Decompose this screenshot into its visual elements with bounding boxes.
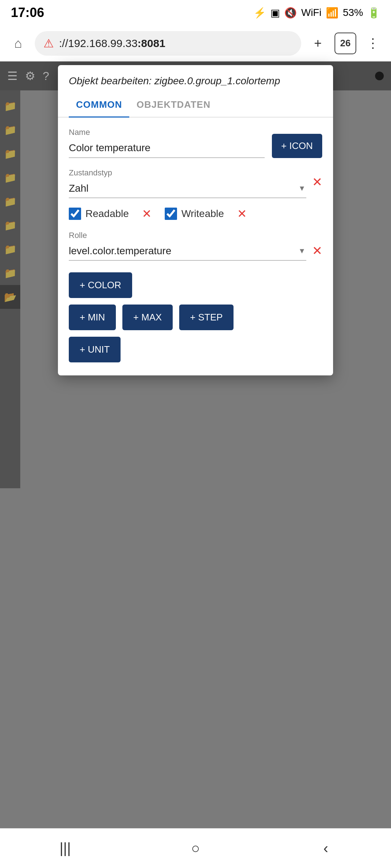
- battery-label: 53%: [343, 7, 363, 18]
- role-label: Rolle: [69, 231, 306, 240]
- color-button[interactable]: + COLOR: [69, 272, 132, 298]
- browser-address-bar[interactable]: ⚠ ://192.168.99.33:8081: [35, 31, 301, 56]
- icon-button-label: + ICON: [281, 140, 313, 152]
- tabs-count: 26: [340, 38, 351, 49]
- role-select-arrow-icon: ▾: [300, 246, 304, 256]
- nav-home-button[interactable]: ○: [181, 834, 210, 863]
- browser-address-text: ://192.168.99.33:8081: [59, 37, 165, 50]
- more-icon: ⋮: [366, 36, 379, 51]
- icon-button[interactable]: + ICON: [272, 134, 322, 158]
- name-label: Name: [69, 128, 265, 137]
- bottom-nav: ||| ○ ‹: [0, 828, 391, 868]
- role-field-group: Rolle level.color.temperature ▾: [69, 231, 306, 261]
- min-button[interactable]: + MIN: [69, 305, 116, 330]
- readable-clear-button[interactable]: ✕: [142, 207, 152, 221]
- plus-icon: +: [314, 36, 321, 51]
- state-type-clear-button[interactable]: ✕: [312, 175, 322, 189]
- status-time: 17:06: [11, 5, 44, 20]
- battery-icon: 🔋: [367, 7, 380, 19]
- max-button[interactable]: + MAX: [122, 305, 173, 330]
- writeable-clear-button[interactable]: ✕: [237, 207, 247, 221]
- checkboxes-row: Readable ✕ Writeable ✕: [69, 207, 322, 221]
- nav-menu-button[interactable]: |||: [51, 834, 80, 863]
- flash-icon: ⚡: [253, 7, 266, 19]
- dialog-body: Name + ICON Zustandstyp Zahl ▾: [58, 118, 333, 375]
- unit-btn-row: + UNIT: [69, 337, 322, 362]
- nav-back-button[interactable]: ‹: [311, 834, 340, 863]
- state-type-row: Zustandstyp Zahl ▾ ✕: [69, 168, 322, 198]
- step-button-label: + STEP: [190, 312, 223, 323]
- writeable-checkbox[interactable]: [165, 208, 177, 220]
- mute-icon: 🔇: [284, 7, 297, 19]
- dialog-overlay: Objekt bearbeiten: zigbee.0.group_1.colo…: [0, 61, 391, 868]
- max-button-label: + MAX: [133, 312, 162, 323]
- writeable-label: Writeable: [181, 208, 224, 220]
- unit-button[interactable]: + UNIT: [69, 337, 121, 362]
- more-menu-button[interactable]: ⋮: [362, 33, 384, 54]
- state-type-select[interactable]: Zahl: [69, 179, 306, 198]
- nav-home-icon: ○: [191, 840, 200, 856]
- home-icon: ⌂: [14, 36, 22, 51]
- writeable-checkbox-item: Writeable: [165, 208, 224, 220]
- min-button-label: + MIN: [80, 312, 105, 323]
- app-area: ☰ ⚙ ? 📁 📁 📁 📁 📁 📁 📁 📁 📂 Objekt bearbeite…: [0, 61, 391, 868]
- step-button[interactable]: + STEP: [179, 305, 234, 330]
- readable-checkbox[interactable]: [69, 208, 81, 220]
- status-bar: 17:06 ⚡ ▣ 🔇 WiFi 📶 53% 🔋: [0, 0, 391, 25]
- role-select[interactable]: level.color.temperature: [69, 242, 306, 261]
- dialog-title-prefix: Objekt bearbeiten:: [69, 75, 155, 86]
- color-btn-row: + COLOR: [69, 272, 322, 298]
- nav-back-icon: ‹: [323, 840, 328, 856]
- name-input[interactable]: [69, 139, 265, 158]
- dialog-title-object: zigbee.0.group_1.colortemp: [155, 75, 280, 86]
- signal-icon: 📶: [326, 7, 339, 19]
- add-tab-button[interactable]: +: [307, 33, 329, 54]
- select-arrow-icon: ▾: [300, 183, 304, 193]
- unit-button-label: + UNIT: [80, 344, 110, 355]
- tab-objektdaten[interactable]: OBJEKTDATEN: [129, 93, 218, 117]
- name-row: Name + ICON: [69, 128, 322, 158]
- state-type-label: Zustandstyp: [69, 168, 306, 178]
- wifi-icon: WiFi: [301, 7, 321, 18]
- dialog-title: Objekt bearbeiten: zigbee.0.group_1.colo…: [58, 65, 333, 87]
- color-button-label: + COLOR: [80, 280, 121, 291]
- edit-dialog: Objekt bearbeiten: zigbee.0.group_1.colo…: [58, 65, 333, 375]
- browser-home-button[interactable]: ⌂: [7, 33, 29, 54]
- status-icons: ⚡ ▣ 🔇 WiFi 📶 53% 🔋: [253, 7, 380, 19]
- name-field-group: Name: [69, 128, 265, 158]
- role-row: Rolle level.color.temperature ▾ ✕: [69, 231, 322, 261]
- window-icon: ▣: [270, 7, 280, 19]
- tab-common[interactable]: COMMON: [69, 93, 129, 117]
- min-max-step-btn-row: + MIN + MAX + STEP: [69, 305, 322, 330]
- tabs-count-button[interactable]: 26: [335, 33, 356, 54]
- dialog-tabs: COMMON OBJEKTDATEN: [58, 93, 333, 118]
- browser-bar: ⌂ ⚠ ://192.168.99.33:8081 + 26 ⋮: [0, 25, 391, 61]
- readable-checkbox-item: Readable: [69, 208, 129, 220]
- role-clear-button[interactable]: ✕: [312, 243, 322, 258]
- readable-label: Readable: [85, 208, 129, 220]
- nav-menu-icon: |||: [59, 840, 71, 856]
- state-type-group: Zustandstyp Zahl ▾: [69, 168, 306, 198]
- warning-icon: ⚠: [43, 37, 54, 50]
- action-buttons: + COLOR + MIN + MAX + STEP: [69, 272, 322, 362]
